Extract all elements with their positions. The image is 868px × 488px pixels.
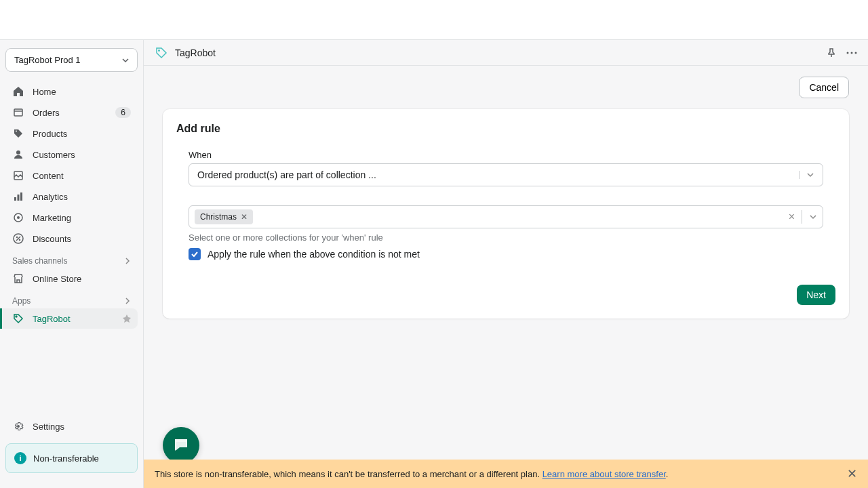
- when-label: When: [189, 150, 823, 160]
- store-name: TagRobot Prod 1: [14, 55, 81, 65]
- nav-label: Home: [33, 87, 56, 97]
- chat-widget[interactable]: [163, 427, 199, 464]
- close-banner-icon[interactable]: ✕: [847, 466, 857, 481]
- divider: [802, 210, 802, 224]
- nontransferable-banner: This store is non-transferable, which me…: [144, 460, 868, 488]
- apps-header: Apps: [5, 289, 138, 308]
- svg-point-10: [158, 49, 160, 52]
- analytics-icon: [12, 190, 24, 203]
- content-icon: [12, 169, 24, 182]
- negate-checkbox[interactable]: [189, 248, 201, 260]
- sales-channels-header: Sales channels: [5, 249, 138, 268]
- nav-settings[interactable]: Settings: [5, 416, 138, 436]
- customers-icon: [12, 148, 24, 161]
- helper-text: Select one or more collections for your …: [189, 232, 823, 243]
- chevron-down-icon: [799, 171, 814, 179]
- svg-point-1: [16, 150, 20, 155]
- nav-content[interactable]: Content: [5, 165, 138, 186]
- add-rule-card: Add rule When Ordered product(s) are par…: [163, 109, 849, 319]
- nav-online-store[interactable]: Online Store: [5, 268, 138, 289]
- svg-rect-4: [18, 195, 20, 201]
- sidebar: TagRobot Prod 1 Home Orders 6: [0, 40, 144, 488]
- nav-tagrobot[interactable]: TagRobot: [0, 308, 138, 329]
- pin-icon[interactable]: [123, 314, 131, 323]
- banner-link[interactable]: Learn more about store transfer: [542, 469, 666, 479]
- store-selector[interactable]: TagRobot Prod 1: [5, 48, 138, 72]
- nontransferable-notice: i Non-transferable: [5, 443, 138, 473]
- nav-home[interactable]: Home: [5, 81, 138, 102]
- card-title: Add rule: [176, 123, 835, 135]
- banner-text: This store is non-transferable, which me…: [155, 469, 668, 479]
- store-icon: [12, 272, 24, 285]
- chevron-down-icon[interactable]: [809, 213, 817, 221]
- app-title: TagRobot: [175, 47, 216, 58]
- pin-icon[interactable]: [826, 47, 837, 58]
- nav-label: Products: [33, 129, 67, 139]
- orders-badge: 6: [115, 107, 131, 118]
- nav-label: Content: [33, 171, 64, 181]
- nav-label: Settings: [33, 422, 64, 432]
- svg-rect-5: [20, 192, 22, 201]
- svg-point-11: [847, 52, 849, 54]
- select-value: Ordered product(s) are part of collectio…: [197, 169, 376, 180]
- nav-label: Orders: [33, 108, 60, 118]
- chevron-down-icon: [122, 57, 129, 64]
- nav-label: Customers: [33, 150, 75, 160]
- nav-discounts[interactable]: Discounts: [5, 228, 138, 249]
- when-condition-select[interactable]: Ordered product(s) are part of collectio…: [189, 163, 823, 186]
- content-area: TagRobot Cancel Add rule W: [144, 40, 868, 488]
- svg-rect-0: [14, 109, 22, 116]
- tag-chip: Christmas ✕: [195, 209, 253, 224]
- nav-label: Discounts: [33, 234, 71, 244]
- gear-icon: [12, 420, 24, 432]
- nav-analytics[interactable]: Analytics: [5, 186, 138, 207]
- tagrobot-app-icon: [155, 46, 168, 60]
- info-icon: i: [14, 452, 26, 464]
- tagrobot-icon: [12, 312, 24, 325]
- nav-label: TagRobot: [33, 314, 71, 324]
- svg-point-12: [851, 52, 853, 54]
- nav-products[interactable]: Products: [5, 123, 138, 144]
- discounts-icon: [12, 232, 24, 245]
- tag-label: Christmas: [200, 212, 237, 222]
- svg-rect-3: [14, 197, 16, 201]
- collections-select[interactable]: Christmas ✕ ×: [189, 205, 823, 228]
- nav-marketing[interactable]: Marketing: [5, 207, 138, 228]
- chevron-right-icon[interactable]: [124, 258, 131, 264]
- app-header-bar: TagRobot: [144, 40, 868, 66]
- home-icon: [12, 85, 24, 98]
- nav-customers[interactable]: Customers: [5, 144, 138, 165]
- cancel-button[interactable]: Cancel: [799, 77, 849, 98]
- more-icon[interactable]: [846, 52, 857, 54]
- marketing-icon: [12, 211, 24, 224]
- next-button[interactable]: Next: [797, 285, 835, 305]
- nav-label: Marketing: [33, 213, 71, 223]
- nav-orders[interactable]: Orders 6: [5, 102, 138, 123]
- products-icon: [12, 127, 24, 140]
- top-spacer: [0, 0, 868, 40]
- svg-point-13: [855, 52, 857, 54]
- chevron-right-icon[interactable]: [124, 298, 131, 304]
- nav-label: Online Store: [33, 274, 81, 284]
- clear-all-icon[interactable]: ×: [789, 211, 795, 223]
- remove-tag-icon[interactable]: ✕: [241, 212, 248, 222]
- nav-label: Analytics: [33, 192, 68, 202]
- orders-icon: [12, 106, 24, 119]
- checkbox-label: Apply the rule when the above condition …: [208, 249, 420, 260]
- svg-point-7: [17, 216, 20, 219]
- svg-point-9: [16, 316, 17, 317]
